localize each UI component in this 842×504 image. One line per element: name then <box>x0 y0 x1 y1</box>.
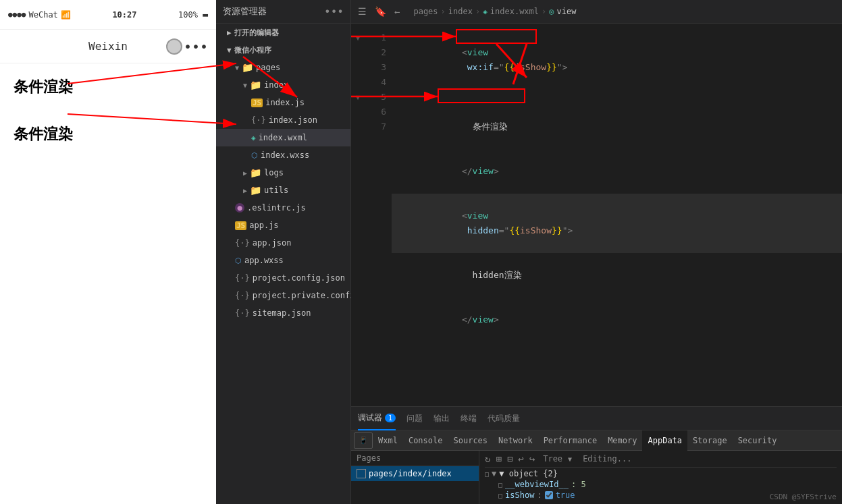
explorer-file-indexwxml[interactable]: ◈ index.wxml <box>216 129 350 146</box>
view-breadcrumb-icon: ◎ <box>549 7 554 16</box>
explorer-file-indexwxss[interactable]: ⬡ index.wxss <box>216 146 350 164</box>
prop-webviewid: □ __webviewId__ : 5 <box>485 480 837 489</box>
js-file-icon: JS <box>251 99 263 107</box>
js-file-icon2: JS <box>235 221 246 230</box>
phone-nav-title: Weixin <box>88 40 128 53</box>
phone-nav-bar: Weixin ••• <box>0 30 216 63</box>
prop-val-isshow: true <box>556 491 575 500</box>
code-line-5: <view hidden="{{isShow}}"> <box>392 194 842 253</box>
code-lines[interactable]: <view wx:if="{{isShow}}"> 条件渲染 </view> <box>392 24 842 406</box>
undo-icon[interactable]: ↩ <box>518 453 523 464</box>
fold-gutter: ▼ ▼ <box>351 24 365 406</box>
devtools-tab-wxml[interactable]: Wxml <box>373 430 403 451</box>
battery-display: 100% ▬ <box>178 9 208 20</box>
line-numbers: 1 2 3 4 5 6 7 <box>365 24 392 406</box>
devtools-tab-memory[interactable]: Memory <box>602 430 642 451</box>
prop-key-isshow: isShow <box>505 491 534 500</box>
eslint-file-icon: ● <box>235 203 244 213</box>
chevron-down-icon3: ▼ <box>243 82 247 89</box>
explorer-file-projectprivate[interactable]: {·} project.private.config.js... <box>216 287 350 304</box>
explorer-section-miniprogram[interactable]: ▼ 微信小程序 <box>216 41 350 59</box>
code-area[interactable]: ▼ ▼ 1 2 3 4 5 6 7 <box>351 24 842 406</box>
devtools-tab-console[interactable]: Console <box>403 430 448 451</box>
battery-icon: ▬ <box>203 9 208 20</box>
time-display: 10:27 <box>112 10 136 20</box>
explorer-folder-utils[interactable]: ▶ 📁 utils <box>216 181 350 199</box>
folder-icon: 📁 <box>242 62 253 73</box>
code-line-2: 条件渲染 <box>392 105 842 149</box>
chevron-right-icon2: ▶ <box>243 169 247 177</box>
toolbar-icon-list[interactable]: ☰ <box>358 6 367 17</box>
expand-arrow[interactable]: ▼ <box>492 469 496 478</box>
explorer-file-indexjs[interactable]: JS index.js <box>216 94 350 111</box>
pages-item-active[interactable]: pages/index/index <box>351 466 479 481</box>
more-icon[interactable]: ••• <box>184 38 208 55</box>
explorer-file-indexjson[interactable]: {·} index.json <box>216 111 350 129</box>
code-line-1: <view wx:if="{{isShow}}"> <box>392 30 842 105</box>
editing-label: Editing... <box>583 454 631 464</box>
json-file-icon4: {·} <box>235 291 250 300</box>
page-item-icon <box>357 469 366 478</box>
square-icon-1: □ <box>485 470 489 478</box>
toolbar-icon-back[interactable]: ← <box>394 6 400 17</box>
collapse-icon[interactable]: ⊞ <box>496 453 501 464</box>
file-explorer: 资源管理器 ••• ▶ 打开的编辑器 ▼ 微信小程序 ▼ 📁 pages ▼ <box>216 0 351 504</box>
code-editor: ☰ 🔖 ← pages › index › ◈ index.wxml › ◎ v… <box>351 0 842 504</box>
wxss-file-icon2: ⬡ <box>235 256 242 265</box>
code-line-3: </view> <box>392 149 842 194</box>
devtools-tab-appdata[interactable]: AppData <box>642 430 687 451</box>
wifi-icon: 📶 <box>61 10 71 20</box>
devtools-tab-security[interactable]: Security <box>733 430 783 451</box>
tab-issues[interactable]: 问题 <box>406 413 423 424</box>
isshow-checkbox[interactable] <box>545 491 553 499</box>
phone-content: 条件渲染 条件渲染 <box>0 63 216 504</box>
toolbar-icon-bookmark[interactable]: 🔖 <box>375 6 386 17</box>
explorer-file-appjson[interactable]: {·} app.json <box>216 234 350 252</box>
prop-val-webviewid: : 5 <box>571 480 586 489</box>
explorer-folder-pages[interactable]: ▼ 📁 pages <box>216 59 350 76</box>
fold-arrow-1[interactable]: ▼ <box>351 30 365 45</box>
devtools-tab-network[interactable]: Network <box>493 430 538 451</box>
condition-render-text: 条件渲染 <box>14 77 203 97</box>
chevron-right-icon3: ▶ <box>243 187 247 194</box>
json-file-icon: {·} <box>251 115 266 125</box>
devtools-tab-storage[interactable]: Storage <box>687 430 733 451</box>
tree-dropdown-icon[interactable]: ▼ <box>568 455 572 463</box>
tab-output[interactable]: 输出 <box>433 413 450 424</box>
carrier-label: WeChat <box>29 10 58 20</box>
explorer-file-eslintrc[interactable]: ● .eslintrc.js <box>216 199 350 217</box>
breadcrumb: ☰ 🔖 ← pages › index › ◈ index.wxml › ◎ v… <box>358 6 576 17</box>
avatar <box>166 38 182 55</box>
phone-status-bar: ●●●● WeChat 📶 10:27 100% ▬ <box>0 0 216 30</box>
explorer-folder-logs[interactable]: ▶ 📁 logs <box>216 164 350 181</box>
tab-terminal[interactable]: 终端 <box>461 413 477 424</box>
tab-code-quality[interactable]: 代码质量 <box>488 413 520 424</box>
pages-label: Pages <box>351 451 479 466</box>
explorer-file-appwxss[interactable]: ⬡ app.wxss <box>216 252 350 269</box>
explorer-file-projectconfig[interactable]: {·} project.config.json <box>216 269 350 287</box>
refresh-icon[interactable]: ↻ <box>485 453 490 464</box>
explorer-file-appjs[interactable]: JS app.js <box>216 217 350 234</box>
fold-arrow-2[interactable]: ▼ <box>351 90 365 105</box>
code-line-6: hidden渲染 <box>392 253 842 298</box>
signal-icon: ●●●● <box>8 10 26 19</box>
wxss-file-icon: ⬡ <box>251 151 258 160</box>
explorer-section-open-editors[interactable]: ▶ 打开的编辑器 <box>216 24 350 41</box>
devtools-pages-panel: Pages pages/index/index <box>351 451 479 504</box>
devtools-data-toolbar: ↻ ⊞ ⊟ ↩ ↪ Tree ▼ Editing... <box>485 453 837 468</box>
svg-line-3 <box>68 114 236 124</box>
devtools-phone-icon[interactable]: 📱 <box>354 432 373 449</box>
editor-breadcrumb-bar: ☰ 🔖 ← pages › index › ◈ index.wxml › ◎ v… <box>351 0 842 24</box>
explorer-file-sitemap[interactable]: {·} sitemap.json <box>216 304 350 322</box>
explorer-header: 资源管理器 ••• <box>216 0 350 24</box>
redo-icon[interactable]: ↪ <box>529 453 535 464</box>
tab-debugger[interactable]: 调试器 1 <box>358 407 396 430</box>
debugger-badge: 1 <box>385 414 396 422</box>
devtools-tab-sources[interactable]: Sources <box>448 430 493 451</box>
json-file-icon2: {·} <box>235 238 250 248</box>
bottom-tabs-bar: 调试器 1 问题 输出 终端 代码质量 <box>351 407 842 430</box>
devtools-tab-performance[interactable]: Performance <box>538 430 602 451</box>
expand-icon[interactable]: ⊟ <box>507 453 512 464</box>
explorer-folder-index[interactable]: ▼ 📁 index <box>216 76 350 94</box>
explorer-more-icon[interactable]: ••• <box>324 5 344 18</box>
